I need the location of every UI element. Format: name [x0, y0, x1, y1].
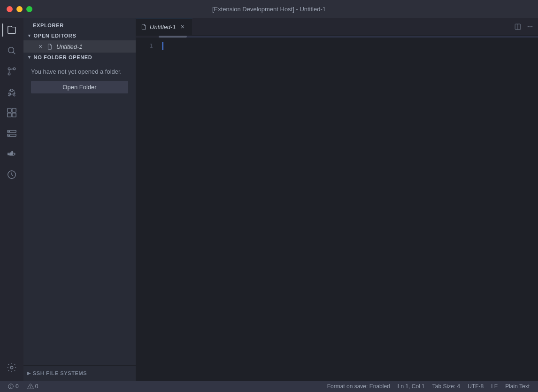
svg-point-19 [528, 26, 529, 27]
more-actions-button[interactable] [526, 23, 534, 31]
svg-point-21 [531, 26, 532, 27]
tab-size-text: Tab Size: 4 [432, 383, 460, 390]
no-folder-header[interactable]: ▼ No Folder Opened [23, 53, 136, 62]
activity-remote-explorer[interactable] [2, 124, 21, 143]
activity-settings[interactable] [2, 358, 21, 377]
activity-docker[interactable] [2, 145, 21, 163]
close-button[interactable] [7, 6, 13, 12]
activity-no-id[interactable] [2, 165, 21, 184]
activity-search[interactable] [2, 41, 21, 60]
sidebar-spacer [23, 99, 136, 365]
error-count: 0 [15, 383, 19, 390]
svg-point-5 [8, 95, 10, 96]
open-editors-label: Open Editors [34, 33, 77, 38]
no-folder-chevron: ▼ [27, 55, 32, 60]
status-encoding[interactable]: UTF-8 [464, 381, 487, 392]
no-folder-section: ▼ No Folder Opened You have not yet open… [23, 53, 136, 99]
editor-tab-untitled[interactable]: Untitled-1 × [136, 18, 192, 35]
svg-rect-9 [8, 113, 11, 117]
sidebar-header: Explorer [23, 18, 136, 31]
tab-file-icon [141, 24, 147, 30]
svg-point-26 [30, 388, 31, 388]
editor-line-1 [162, 41, 538, 51]
no-folder-label: No Folder Opened [34, 54, 92, 60]
svg-point-13 [9, 131, 10, 132]
status-language[interactable]: Plain Text [501, 381, 533, 392]
ssh-file-systems-header[interactable]: ▶ SSH File Systems [23, 369, 136, 378]
status-left: 0 0 [5, 383, 41, 390]
window-controls [7, 6, 32, 12]
encoding-text: UTF-8 [468, 383, 484, 390]
no-folder-content: You have not yet opened a folder. Open F… [23, 62, 136, 99]
svg-rect-10 [12, 113, 16, 117]
svg-point-3 [8, 68, 10, 70]
open-editors-chevron: ▼ [27, 33, 32, 38]
activity-extensions[interactable] [2, 103, 21, 122]
status-warnings[interactable]: 0 [24, 383, 41, 390]
svg-point-24 [11, 387, 11, 388]
status-errors[interactable]: 0 [5, 383, 22, 390]
ssh-label: SSH File Systems [33, 370, 87, 376]
maximize-button[interactable] [26, 6, 32, 12]
open-editors-file-item[interactable]: × Untitled-1 [23, 40, 136, 53]
status-tab-size[interactable]: Tab Size: 4 [429, 381, 464, 392]
tab-actions [510, 18, 538, 35]
status-format-on-save[interactable]: Format on save: Enabled [323, 381, 394, 392]
line-endings-text: LF [491, 383, 498, 390]
ssh-chevron-icon: ▶ [27, 371, 31, 376]
language-text: Plain Text [505, 383, 530, 390]
tab-close-icon[interactable]: × [180, 23, 185, 31]
status-line-endings[interactable]: LF [487, 381, 501, 392]
svg-point-1 [8, 73, 10, 75]
open-editors-filename: Untitled-1 [56, 43, 83, 50]
editor-area: Untitled-1 × [136, 18, 538, 381]
titlebar: [Extension Development Host] - Untitled-… [0, 0, 538, 18]
window-title: [Extension Development Host] - Untitled-… [212, 6, 326, 13]
editor-content[interactable] [159, 38, 538, 381]
warning-count: 0 [35, 383, 38, 390]
code-editor[interactable]: 1 [136, 38, 538, 381]
text-cursor [162, 42, 163, 50]
status-right: Format on save: Enabled Ln 1, Col 1 Tab … [323, 381, 533, 392]
file-close-icon[interactable]: × [37, 43, 44, 50]
minimize-button[interactable] [16, 6, 23, 12]
activity-explorer[interactable] [2, 21, 21, 39]
tab-filename: Untitled-1 [150, 23, 176, 31]
activity-bar-bottom [2, 358, 21, 377]
svg-point-0 [8, 47, 14, 53]
format-on-save-text: Format on save: Enabled [327, 383, 390, 390]
tab-bar: Untitled-1 × [136, 18, 538, 36]
ssh-file-systems-section: ▶ SSH File Systems [23, 365, 136, 381]
svg-rect-8 [12, 108, 16, 112]
activity-debug[interactable] [2, 83, 21, 101]
svg-point-14 [9, 135, 10, 136]
line-number-1: 1 [136, 41, 153, 51]
main-layout: Explorer ▼ Open Editors × Untitled-1 [0, 18, 538, 381]
svg-point-6 [14, 95, 15, 96]
sidebar: Explorer ▼ Open Editors × Untitled-1 [23, 18, 136, 381]
svg-point-2 [13, 68, 15, 70]
activity-bar [0, 18, 23, 381]
open-folder-button[interactable]: Open Folder [31, 81, 128, 93]
svg-point-4 [10, 89, 13, 92]
line-numbers: 1 [136, 38, 159, 381]
svg-point-16 [10, 366, 13, 369]
position-text: Ln 1, Col 1 [398, 383, 425, 390]
svg-point-20 [530, 26, 530, 27]
open-editors-section: ▼ Open Editors × Untitled-1 [23, 31, 136, 53]
split-editor-button[interactable] [514, 23, 522, 31]
svg-rect-7 [8, 108, 11, 112]
file-document-icon [46, 43, 54, 50]
no-folder-message: You have not yet opened a folder. [31, 68, 128, 76]
open-editors-header[interactable]: ▼ Open Editors [23, 31, 136, 40]
status-bar: 0 0 Format on save: Enabled Ln 1, Col 1 … [0, 381, 538, 392]
activity-source-control[interactable] [2, 62, 21, 81]
status-position[interactable]: Ln 1, Col 1 [394, 381, 429, 392]
